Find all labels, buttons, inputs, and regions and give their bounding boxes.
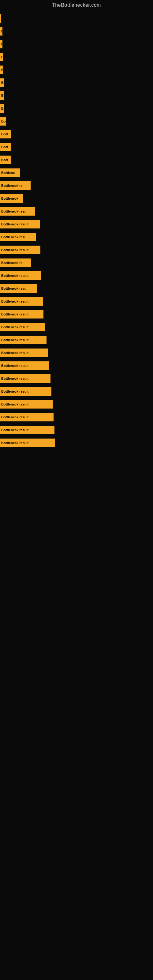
- bar-14: Bottleneck: [0, 194, 23, 203]
- bar-29: Bottleneck result: [0, 387, 51, 396]
- bar-row: Bott: [0, 154, 153, 166]
- bar-row: Bottleneck result: [0, 437, 153, 449]
- bar-label-20: Bottleneck result: [1, 274, 29, 277]
- bar-label-29: Bottleneck result: [1, 390, 29, 393]
- bar-row: B: [0, 89, 153, 102]
- bar-24: Bottleneck result: [0, 323, 45, 331]
- bar-31: Bottleneck result: [0, 413, 54, 422]
- bar-label-17: Bottleneck resu: [1, 235, 27, 239]
- bar-27: Bottleneck result: [0, 361, 49, 370]
- bar-row: Bottlene: [0, 167, 153, 179]
- bar-32: Bottleneck result: [0, 426, 54, 434]
- bar-label-12: Bottlene: [1, 171, 15, 175]
- bar-row: B: [0, 25, 153, 37]
- bar-label-14: Bottleneck: [1, 197, 18, 200]
- bar-row: Bottleneck resu: [0, 231, 153, 243]
- site-title-container: TheBottlenecker.com: [0, 0, 153, 9]
- bar-row: Bott: [0, 141, 153, 153]
- bar-row: Bottleneck result: [0, 295, 153, 307]
- bar-row: B: [0, 102, 153, 115]
- bar-label-28: Bottleneck result: [1, 377, 29, 380]
- bar-28: Bottleneck result: [0, 374, 51, 383]
- bar-row: Bottleneck: [0, 192, 153, 205]
- bar-label-4: B: [1, 68, 3, 72]
- bar-label-25: Bottleneck result: [1, 338, 29, 342]
- bar-label-16: Bottleneck result: [1, 222, 29, 226]
- bar-label-5: B: [1, 81, 4, 84]
- bar-row: Bottleneck resu: [0, 282, 153, 294]
- bar-25: Bottleneck result: [0, 336, 46, 344]
- bar-row: Bottleneck result: [0, 385, 153, 398]
- bar-row: Bottleneck result: [0, 372, 153, 385]
- bar-row: Bo: [0, 115, 153, 127]
- bar-label-32: Bottleneck result: [1, 428, 29, 432]
- bar-16: Bottleneck result: [0, 220, 40, 229]
- bar-label-7: B: [1, 107, 4, 110]
- bar-row: Bottleneck result: [0, 244, 153, 256]
- bar-30: Bottleneck result: [0, 400, 53, 409]
- bar-row: [0, 12, 153, 24]
- bar-18: Bottleneck result: [0, 246, 40, 254]
- bar-label-13: Bottleneck re: [1, 184, 22, 188]
- bar-row: Bottleneck result: [0, 218, 153, 230]
- bar-label-26: Bottleneck result: [1, 351, 29, 355]
- bar-7: B: [0, 104, 4, 113]
- bar-label-30: Bottleneck result: [1, 402, 29, 406]
- bar-row: Bottleneck result: [0, 321, 153, 333]
- bar-row: Bottleneck result: [0, 269, 153, 282]
- bar-label-8: Bo: [1, 119, 6, 123]
- bar-row: Bottleneck re: [0, 180, 153, 192]
- bar-label-31: Bottleneck result: [1, 415, 29, 419]
- bar-label-21: Bottleneck resu: [1, 286, 27, 290]
- bar-26: Bottleneck result: [0, 348, 48, 357]
- bar-11: Bott: [0, 156, 11, 164]
- bar-row: Bottleneck result: [0, 347, 153, 359]
- bar-label-23: Bottleneck result: [1, 312, 29, 316]
- bar-5: B: [0, 78, 4, 87]
- bar-23: Bottleneck result: [0, 310, 43, 318]
- bar-21: Bottleneck resu: [0, 284, 37, 293]
- bar-label-15: Bottleneck resu: [1, 210, 27, 213]
- bar-label-6: B: [1, 94, 4, 97]
- bar-row: Bottleneck result: [0, 334, 153, 346]
- bar-label-33: Bottleneck result: [1, 441, 29, 445]
- bar-3: B: [0, 52, 3, 61]
- bar-17: Bottleneck resu: [0, 233, 36, 241]
- bar-label-2: B: [1, 42, 2, 46]
- bar-8: Bo: [0, 117, 6, 126]
- bar-20: Bottleneck result: [0, 271, 41, 280]
- bar-row: Bottleneck result: [0, 308, 153, 320]
- bar-4: B: [0, 65, 3, 74]
- bar-row: Bott: [0, 128, 153, 140]
- bar-row: B: [0, 64, 153, 76]
- bar-row: Bottleneck resu: [0, 205, 153, 218]
- bar-row: B: [0, 51, 153, 63]
- bar-label-19: Bottleneck re: [1, 261, 22, 265]
- bar-9: Bott: [0, 130, 11, 138]
- bar-0: [0, 14, 1, 23]
- bar-label-27: Bottleneck result: [1, 364, 29, 368]
- bar-label-3: B: [1, 55, 3, 59]
- bar-6: B: [0, 91, 4, 100]
- bar-2: B: [0, 40, 2, 48]
- bar-row: Bottleneck result: [0, 424, 153, 436]
- site-title: TheBottlenecker.com: [0, 0, 153, 9]
- bar-label-10: Bott: [1, 145, 8, 149]
- bar-label-18: Bottleneck result: [1, 248, 29, 252]
- bar-label-1: B: [1, 29, 2, 33]
- bar-13: Bottleneck re: [0, 181, 30, 190]
- bar-row: B: [0, 76, 153, 89]
- bar-22: Bottleneck result: [0, 297, 43, 305]
- bar-label-24: Bottleneck result: [1, 325, 29, 329]
- bar-label-9: Bott: [1, 132, 8, 136]
- bar-1: B: [0, 27, 2, 35]
- bar-10: Bott: [0, 143, 11, 151]
- bar-15: Bottleneck resu: [0, 207, 35, 216]
- bar-row: Bottleneck result: [0, 398, 153, 410]
- bar-row: Bottleneck result: [0, 360, 153, 372]
- bar-row: Bottleneck re: [0, 257, 153, 269]
- bar-12: Bottlene: [0, 169, 20, 177]
- bar-label-22: Bottleneck result: [1, 299, 29, 303]
- bar-19: Bottleneck re: [0, 258, 31, 267]
- bar-row: Bottleneck result: [0, 411, 153, 423]
